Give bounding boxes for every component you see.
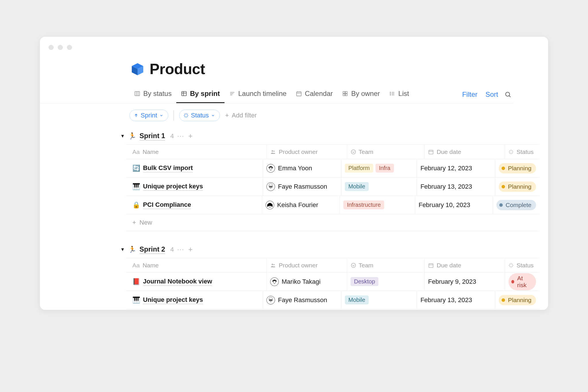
cell-date[interactable]: February 13, 2023 <box>417 177 495 196</box>
svg-point-21 <box>390 93 391 94</box>
date-value: February 13, 2023 <box>420 296 472 304</box>
toggle-triangle-icon[interactable]: ▼ <box>120 134 125 139</box>
cell-owner[interactable]: Faye Rasmusson <box>263 291 341 309</box>
plus-icon[interactable]: + <box>188 132 193 140</box>
cell-date[interactable]: February 12, 2023 <box>417 159 495 177</box>
search-icon[interactable] <box>502 91 514 98</box>
tab-by-owner[interactable]: By owner <box>337 86 384 103</box>
owner-name: Faye Rasmusson <box>278 296 327 304</box>
cell-name[interactable]: 🔄 Bulk CSV import <box>126 159 263 177</box>
cell-owner[interactable]: Emma Yoon <box>263 159 341 177</box>
col-team[interactable]: Team <box>347 258 425 272</box>
toggle-triangle-icon[interactable]: ▼ <box>120 247 125 252</box>
col-status[interactable]: Status <box>505 258 539 272</box>
cell-status[interactable]: Planning <box>495 177 539 196</box>
owner-name: Emma Yoon <box>278 165 312 172</box>
window-dot-close[interactable] <box>49 45 54 50</box>
avatar <box>266 201 274 209</box>
status-pill: Planning <box>499 295 536 305</box>
col-name[interactable]: Aa Name <box>126 258 267 272</box>
status-label: Planning <box>508 297 531 304</box>
col-date[interactable]: Due date <box>425 258 505 272</box>
tab-calendar[interactable]: Calendar <box>291 86 337 103</box>
chevron-down-icon <box>159 113 163 117</box>
cell-status[interactable]: At risk <box>505 273 539 291</box>
col-name[interactable]: Aa Name <box>126 145 267 159</box>
svg-point-37 <box>272 150 273 152</box>
cell-name[interactable]: 🎹 Unique project keys <box>126 291 263 309</box>
cell-team[interactable]: Mobile <box>341 291 417 309</box>
tab-launch-timeline[interactable]: Launch timeline <box>225 86 291 103</box>
cell-team[interactable]: Mobile <box>341 177 417 196</box>
status-pill: Complete <box>496 200 536 210</box>
tab-label: By owner <box>351 90 380 98</box>
col-date[interactable]: Due date <box>425 145 505 159</box>
item-emoji-icon: 🎹 <box>132 296 140 304</box>
window-dot-max[interactable] <box>67 45 72 50</box>
svg-rect-12 <box>297 92 301 96</box>
cell-status[interactable]: Planning <box>495 291 539 309</box>
tab-by-sprint[interactable]: By sprint <box>176 86 225 103</box>
cell-team[interactable]: Desktop <box>347 273 425 291</box>
table-row[interactable]: 🔄 Bulk CSV import Emma Yoon PlatformInfr… <box>126 159 539 177</box>
table-row[interactable]: 🎹 Unique project keys Faye Rasmusson Mob… <box>126 177 539 196</box>
group-header[interactable]: ▼ 🏃 Sprint 1 4 ··· + <box>120 128 548 144</box>
plus-icon[interactable]: + <box>188 245 193 254</box>
team-tag[interactable]: Mobile <box>345 182 369 191</box>
more-icon[interactable]: ··· <box>177 246 184 253</box>
col-label: Status <box>517 262 534 269</box>
sort-pill-sprint[interactable]: Sprint <box>129 110 168 121</box>
cell-date[interactable]: February 10, 2023 <box>415 196 493 214</box>
more-icon[interactable]: ··· <box>177 132 184 140</box>
people-icon <box>270 149 276 155</box>
table-row[interactable]: 📕 Journal Notebook view Mariko Takagi De… <box>126 273 539 291</box>
cell-status[interactable]: Complete <box>493 196 539 214</box>
cell-date[interactable]: February 13, 2023 <box>417 291 495 309</box>
table-icon <box>181 90 187 97</box>
team-tag[interactable]: Infra <box>376 164 394 173</box>
cell-name[interactable]: 🎹 Unique project keys <box>126 177 263 196</box>
team-tag[interactable]: Desktop <box>351 277 378 286</box>
svg-point-81 <box>271 300 272 300</box>
sort-button[interactable]: Sort <box>481 90 502 99</box>
table-row[interactable]: 🎹 Unique project keys Faye Rasmusson Mob… <box>126 291 539 309</box>
cell-team[interactable]: PlatformInfra <box>341 159 417 177</box>
new-row-button[interactable]: + New <box>126 214 539 231</box>
cell-owner[interactable]: Mariko Takagi <box>267 273 347 291</box>
group-name: Sprint 2 <box>140 245 165 254</box>
item-name: PCI Compliance <box>143 201 191 209</box>
filter-pill-status[interactable]: Status <box>179 110 220 121</box>
svg-point-20 <box>390 92 391 93</box>
col-owner[interactable]: Product owner <box>267 258 347 272</box>
team-tag[interactable]: Platform <box>345 164 373 173</box>
add-filter-label: Add filter <box>232 112 257 119</box>
svg-rect-3 <box>135 92 140 96</box>
team-tag[interactable]: Infrastructure <box>343 200 384 209</box>
cell-status[interactable]: Planning <box>495 159 539 177</box>
cell-owner[interactable]: Keisha Fourier <box>262 196 340 214</box>
date-value: February 10, 2023 <box>419 201 470 209</box>
window-dot-min[interactable] <box>58 45 63 50</box>
cell-name[interactable]: 🔒 PCI Compliance <box>126 196 262 214</box>
cell-name[interactable]: 📕 Journal Notebook view <box>126 273 267 291</box>
col-owner[interactable]: Product owner <box>267 145 347 159</box>
tab-list[interactable]: List <box>384 86 413 103</box>
tab-label: Launch timeline <box>238 90 287 98</box>
svg-point-22 <box>390 95 391 95</box>
table-row[interactable]: 🔒 PCI Compliance Keisha Fourier Infrastr… <box>126 196 539 214</box>
cell-team[interactable]: Infrastructure <box>340 196 415 214</box>
group-header[interactable]: ▼ 🏃 Sprint 2 4 ··· + <box>120 241 548 258</box>
tab-by-status[interactable]: By status <box>129 86 176 103</box>
filter-button[interactable]: Filter <box>458 90 481 99</box>
cell-owner[interactable]: Faye Rasmusson <box>263 177 341 196</box>
plus-icon: + <box>225 112 229 119</box>
team-tag[interactable]: Mobile <box>345 296 369 304</box>
avatar <box>270 277 279 286</box>
add-filter-button[interactable]: + Add filter <box>225 112 257 119</box>
item-emoji-icon: 🔒 <box>132 201 140 209</box>
col-team[interactable]: Team <box>347 145 425 159</box>
svg-point-39 <box>351 150 356 154</box>
col-status[interactable]: Status <box>505 145 539 159</box>
chevron-down-circle-icon <box>351 262 356 268</box>
cell-date[interactable]: February 9, 2023 <box>425 273 505 291</box>
